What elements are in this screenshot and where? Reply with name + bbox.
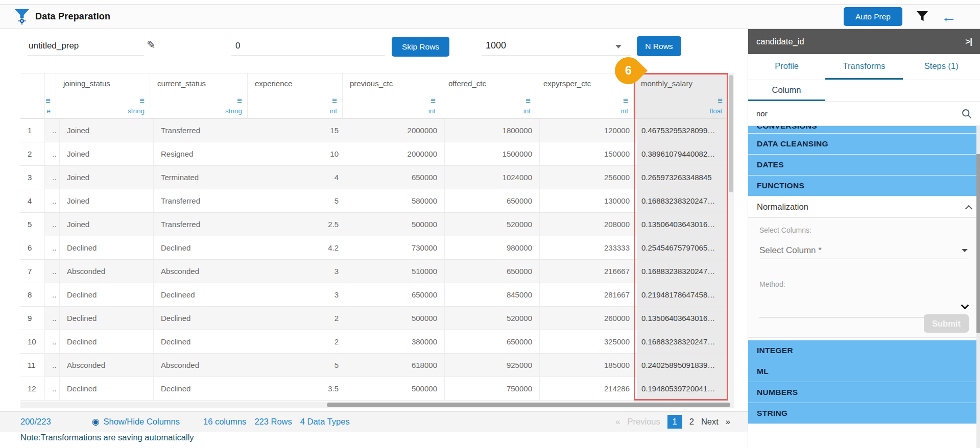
edit-pencil-icon[interactable]: ✎ [147,39,156,51]
eye-icon[interactable]: ◉ [92,416,100,427]
cell-clipped[interactable]: .. [45,166,60,189]
transform-group-numbers[interactable]: NUMBERS [748,382,980,403]
cell-monthly_salary[interactable]: 0.46753295328099… [637,119,732,142]
cell-clipped[interactable]: .. [45,354,60,377]
submit-button[interactable]: Submit [924,314,969,333]
cell-expyrsper_ctc[interactable]: 216667 [540,260,637,283]
column-header-joining_status[interactable]: joining_status≡string [56,73,150,119]
column-menu-icon[interactable]: ≡ [623,96,628,105]
cell-offered_ctc[interactable]: 845000 [445,283,540,307]
transform-group-string[interactable]: STRING [748,403,980,424]
cell-expyrsper_ctc[interactable]: 214286 [540,377,637,401]
cell-offered_ctc[interactable]: 1800000 [445,119,540,142]
cell-experience[interactable]: 2 [251,307,346,330]
cell-joining_status[interactable]: Declined [60,283,154,307]
cell-experience[interactable]: 4.2 [251,236,346,260]
cell-expyrsper_ctc[interactable]: 185000 [540,354,637,377]
auto-prep-button[interactable]: Auto Prep [844,7,902,26]
cell-previous_ctc[interactable]: 2000000 [346,142,445,166]
cell-clipped[interactable]: .. [45,283,60,307]
sidebar-scrollbar[interactable] [976,126,980,448]
cell-previous_ctc[interactable]: 380000 [346,330,445,354]
n-rows-select[interactable]: 1000 [482,31,631,56]
cell-monthly_salary[interactable]: 0.13506403643016… [637,213,732,236]
cell-previous_ctc[interactable]: 650000 [346,283,445,307]
cell-expyrsper_ctc[interactable]: 130000 [540,189,637,213]
transform-group-functions[interactable]: FUNCTIONS [748,176,980,196]
column-header-current_status[interactable]: current_status≡string [150,73,248,119]
cell-offered_ctc[interactable]: 750000 [445,377,540,401]
column-menu-icon[interactable]: ≡ [718,96,723,105]
cell-current_status[interactable]: Transferred [154,189,251,213]
tab-column[interactable]: Column [748,80,825,101]
transform-group-ml[interactable]: ML [748,361,980,382]
horizontal-scrollbar[interactable] [20,402,734,408]
cell-current_status[interactable]: Absconded [154,260,251,283]
cell-previous_ctc[interactable]: 510000 [346,260,445,283]
cell-monthly_salary[interactable]: 0.38961079440082… [637,142,732,166]
cell-expyrsper_ctc[interactable]: 120000 [540,119,637,142]
cell-previous_ctc[interactable]: 2000000 [346,119,445,142]
cell-clipped[interactable]: .. [45,330,60,354]
cell-current_status[interactable]: Absconded [154,354,251,377]
cell-previous_ctc[interactable]: 580000 [346,189,445,213]
page-»[interactable]: » [726,417,730,427]
cell-current_status[interactable]: Terminated [154,166,251,189]
cell-experience[interactable]: 2.5 [251,213,346,236]
cell-clipped[interactable]: .. [45,213,60,236]
cell-experience[interactable]: 5 [251,354,346,377]
column-menu-icon[interactable]: ≡ [332,96,337,105]
sidebar-scrollbar-thumb[interactable] [976,154,980,333]
cell-joining_status[interactable]: Absconded [60,260,154,283]
cell-previous_ctc[interactable]: 500000 [346,377,445,401]
cell-expyrsper_ctc[interactable]: 256000 [540,166,637,189]
column-menu-icon[interactable]: ≡ [431,96,436,105]
cell-clipped[interactable]: .. [45,119,60,142]
page-next[interactable]: Next [701,417,719,427]
column-menu-icon[interactable]: ≡ [237,96,242,105]
horizontal-scrollbar-thumb[interactable] [327,403,730,407]
cell-current_status[interactable]: Transferred [154,119,251,142]
transform-search[interactable]: nor [748,102,980,126]
cell-current_status[interactable]: Declined [154,377,251,401]
cell-joining_status[interactable]: Absconded [60,354,154,377]
column-menu-icon[interactable]: ≡ [45,96,51,105]
cell-current_status[interactable]: Declined [154,307,251,330]
cell-joining_status[interactable]: Declined [60,377,154,401]
cell-previous_ctc[interactable]: 618000 [346,354,445,377]
select-column-dropdown[interactable]: Select Column * [759,242,969,259]
cell-expyrsper_ctc[interactable]: 281667 [540,283,637,307]
cell-current_status[interactable]: Declined [154,236,251,260]
cell-expyrsper_ctc[interactable]: 150000 [540,142,637,166]
cell-monthly_salary[interactable]: 0.21948178647458… [637,283,732,307]
cell-monthly_salary[interactable]: 0.265973263348845 [637,166,732,189]
filter-icon[interactable] [917,11,928,22]
cell-joining_status[interactable]: Declined [60,236,154,260]
column-menu-icon[interactable]: ≡ [139,96,145,105]
cell-clipped[interactable]: .. [45,260,60,283]
cell-joining_status[interactable]: Declined [60,330,154,354]
search-input-value[interactable]: nor [756,109,768,118]
n-rows-button[interactable]: N Rows [637,36,681,56]
cell-offered_ctc[interactable]: 520000 [445,307,540,330]
column-header-monthly_salary[interactable]: monthly_salary≡float [634,73,728,119]
cell-offered_ctc[interactable]: 1024000 [445,166,540,189]
cell-joining_status[interactable]: Declined [60,307,154,330]
cell-clipped[interactable]: .. [45,236,60,260]
skip-rows-input[interactable]: 0 [231,34,385,56]
cell-current_status[interactable]: Resigned [154,142,251,166]
page-1[interactable]: 1 [667,415,682,429]
show-hide-columns-link[interactable]: Show/Hide Columns [104,417,180,427]
cell-joining_status[interactable]: Joined [60,119,154,142]
cell-monthly_salary[interactable]: 0.16883238320247… [637,189,732,213]
tab-transforms[interactable]: Transforms [825,54,902,80]
cell-expyrsper_ctc[interactable]: 260000 [540,307,637,330]
column-menu-icon[interactable]: ≡ [525,96,531,105]
accordion-normalization[interactable]: Normalization [748,196,980,218]
cell-current_status[interactable]: Declined [154,330,251,354]
transform-group-integer[interactable]: INTEGER [748,340,980,361]
column-header-experience[interactable]: experience≡int [248,73,343,119]
cell-experience[interactable]: 3.5 [251,377,346,401]
cell-joining_status[interactable]: Joined [60,189,154,213]
column-header-previous_ctc[interactable]: previous_ctc≡int [343,73,441,119]
